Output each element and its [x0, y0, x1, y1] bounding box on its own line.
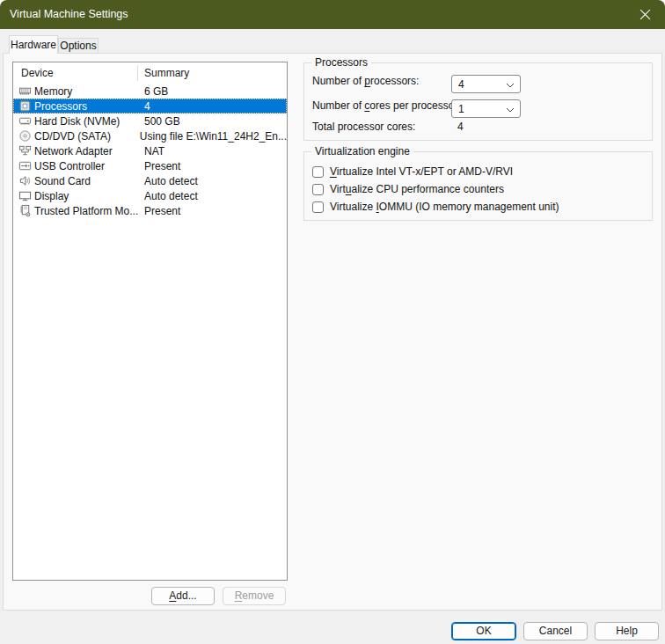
chevron-down-icon [506, 83, 515, 88]
virtualize-cpu-counters-checkbox[interactable] [312, 184, 324, 195]
cores-per-processor-value: 1 [458, 103, 464, 115]
processors-group: Processors Number of processors: 4 Numbe… [303, 62, 653, 141]
virtual-machine-settings-dialog: Virtual Machine Settings Hardware Option… [0, 0, 665, 644]
checkbox-row-virtualize-vtx-ept[interactable]: Virtualize Intel VT-x/EPT or AMD-V/RVI [304, 163, 652, 180]
column-header-device: Device [21, 62, 54, 84]
help-button[interactable]: Help [595, 622, 659, 640]
device-name: CD/DVD (SATA) [34, 130, 111, 143]
device-summary: Present [138, 205, 180, 217]
virtualize-vtx-ept-checkbox[interactable] [312, 166, 324, 178]
ok-button[interactable]: OK [451, 622, 516, 640]
device-summary: 4 [138, 100, 150, 113]
device-name: Network Adapter [34, 145, 113, 157]
virtualize-iommu-checkbox[interactable] [312, 201, 324, 213]
device-rows: Memory 6 GB Processors 4 Hard Disk (NVMe… [13, 84, 287, 218]
cores-per-processor-select[interactable]: 1 [451, 99, 521, 118]
device-name: Display [34, 190, 69, 202]
device-summary: 6 GB [138, 85, 168, 98]
processors-icon [18, 99, 32, 113]
close-button[interactable] [625, 0, 665, 29]
virtualization-engine-group: Virtualization engine Virtualize Intel V… [303, 151, 653, 221]
device-summary: Auto detect [138, 175, 198, 187]
num-processors-value: 4 [458, 78, 464, 91]
total-cores-value: 4 [457, 118, 464, 136]
device-row-tpm[interactable]: Trusted Platform Mo... Present [13, 203, 287, 218]
display-icon [18, 189, 32, 202]
device-summary: 500 GB [138, 115, 180, 128]
titlebar[interactable]: Virtual Machine Settings [0, 0, 665, 29]
device-row-usb-controller[interactable]: USB Controller Present [13, 158, 287, 173]
device-row-display[interactable]: Display Auto detect [13, 188, 287, 203]
remove-button[interactable]: Remove [223, 587, 286, 605]
memory-icon [18, 84, 32, 98]
virtualization-options: Virtualize Intel VT-x/EPT or AMD-V/RVI V… [304, 163, 652, 216]
cores-per-processor-label: Number of cores per processor: [312, 97, 461, 115]
device-list: Device Summary Memory 6 GB Processors 4 … [12, 62, 288, 581]
device-name: Trusted Platform Mo... [34, 205, 138, 217]
device-list-header: Device Summary [13, 62, 287, 84]
usb-controller-icon [18, 159, 32, 172]
device-name: Memory [34, 85, 72, 98]
close-icon [639, 9, 651, 20]
processors-group-title: Processors [311, 56, 371, 70]
num-processors-select[interactable]: 4 [451, 75, 521, 93]
tpm-icon [18, 204, 32, 217]
num-processors-label: Number of processors: [312, 72, 419, 91]
device-summary: Auto detect [138, 190, 198, 202]
total-cores-label: Total processor cores: [312, 118, 415, 136]
device-name: Hard Disk (NVMe) [34, 115, 120, 128]
hard-disk-icon [18, 114, 32, 128]
window-title: Virtual Machine Settings [10, 0, 128, 29]
checkbox-row-virtualize-iommu[interactable]: Virtualize IOMMU (IO memory management u… [304, 198, 652, 216]
column-header-summary: Summary [144, 62, 189, 84]
device-row-hard-disk[interactable]: Hard Disk (NVMe) 500 GB [13, 113, 287, 128]
device-name: Processors [34, 100, 87, 113]
device-row-processors[interactable]: Processors 4 [13, 99, 287, 113]
network-adapter-icon [18, 144, 32, 157]
tab-options[interactable]: Options [58, 38, 99, 54]
device-row-memory[interactable]: Memory 6 GB [13, 84, 287, 99]
cd-dvd-icon [18, 129, 32, 143]
device-row-sound-card[interactable]: Sound Card Auto detect [13, 173, 287, 188]
chevron-down-icon [506, 107, 515, 113]
checkbox-label: Virtualize CPU performance counters [330, 183, 504, 195]
device-row-cd-dvd[interactable]: CD/DVD (SATA) Using file E:\Win11_24H2_E… [13, 128, 287, 143]
device-row-network-adapter[interactable]: Network Adapter NAT [13, 143, 287, 158]
tab-hardware[interactable]: Hardware [9, 35, 58, 54]
cancel-button[interactable]: Cancel [523, 622, 588, 640]
checkbox-label: Virtualize Intel VT-x/EPT or AMD-V/RVI [330, 165, 513, 178]
add-button[interactable]: Add... [151, 587, 215, 605]
device-summary: NAT [138, 145, 164, 157]
device-name: Sound Card [34, 175, 91, 187]
checkbox-label: Virtualize IOMMU (IO memory management u… [330, 201, 559, 213]
virtualization-group-title: Virtualization engine [311, 145, 413, 158]
device-name: USB Controller [34, 160, 105, 172]
device-summary: Present [138, 160, 180, 172]
column-separator [137, 65, 138, 81]
device-summary: Using file E:\Win11_24H2_En... [134, 130, 287, 143]
checkbox-row-virtualize-cpu-counters[interactable]: Virtualize CPU performance counters [304, 180, 652, 198]
sound-card-icon [18, 174, 32, 187]
